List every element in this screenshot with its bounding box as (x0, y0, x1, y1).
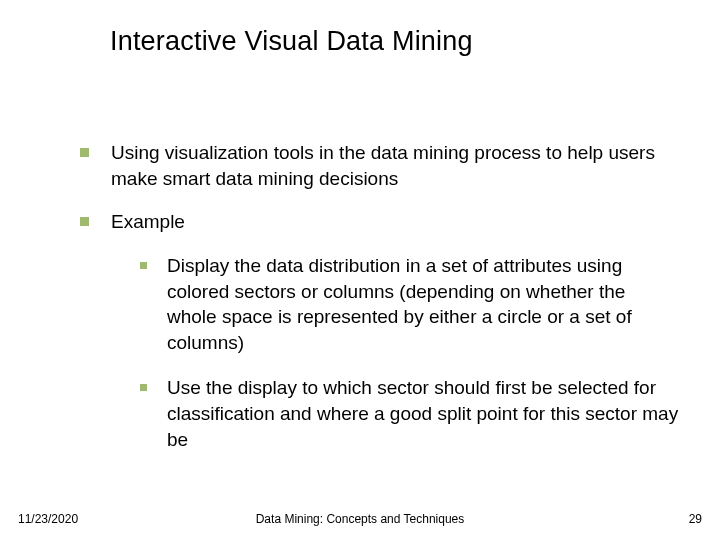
sub-bullet-item: Use the display to which sector should f… (140, 375, 680, 452)
footer-page-number: 29 (689, 512, 702, 526)
square-bullet-icon (80, 217, 89, 226)
slide-title: Interactive Visual Data Mining (110, 26, 473, 57)
bullet-item: Using visualization tools in the data mi… (80, 140, 680, 191)
bullet-text: Using visualization tools in the data mi… (111, 140, 680, 191)
sub-bullet-text: Use the display to which sector should f… (167, 375, 680, 452)
bullet-text: Example (111, 209, 185, 235)
sub-bullet-item: Display the data distribution in a set o… (140, 253, 680, 356)
bullet-item: Example (80, 209, 680, 235)
slide-body: Using visualization tools in the data mi… (80, 140, 680, 472)
sub-bullet-group: Display the data distribution in a set o… (140, 253, 680, 452)
square-bullet-icon (140, 262, 147, 269)
square-bullet-icon (80, 148, 89, 157)
footer-title: Data Mining: Concepts and Techniques (0, 512, 720, 526)
square-bullet-icon (140, 384, 147, 391)
sub-bullet-text: Display the data distribution in a set o… (167, 253, 680, 356)
slide: Interactive Visual Data Mining Using vis… (0, 0, 720, 540)
